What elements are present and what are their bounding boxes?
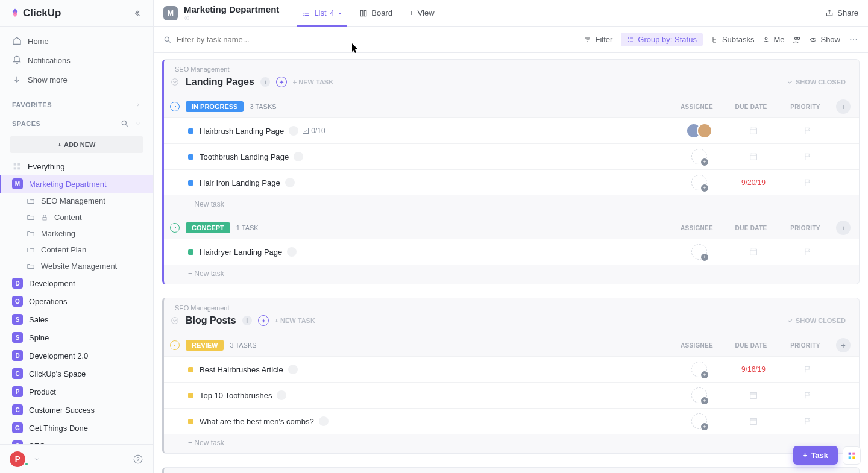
task-row[interactable]: Top 10 Toothbrushes: [164, 382, 859, 408]
new-task-link[interactable]: + NEW TASK: [293, 78, 333, 86]
logo[interactable]: ClickUp: [10, 7, 61, 19]
due-date-button[interactable]: [749, 247, 758, 257]
assign-button[interactable]: [691, 175, 707, 190]
collapse-group-button[interactable]: [170, 316, 180, 325]
new-task-inline[interactable]: + New task: [164, 195, 859, 211]
collapse-status-button[interactable]: [170, 340, 180, 350]
help-button[interactable]: ?: [133, 454, 143, 465]
space-item-active[interactable]: M Marketing Department: [0, 175, 153, 193]
subtasks-button[interactable]: Subtasks: [711, 35, 754, 44]
task-row[interactable]: What are the best men's combs?: [164, 408, 859, 434]
task-action-icon[interactable]: [319, 416, 329, 426]
assign-button[interactable]: [691, 149, 707, 164]
filter-input[interactable]: [177, 35, 297, 44]
ai-icon[interactable]: ✦: [258, 315, 269, 326]
new-task-link[interactable]: + NEW TASK: [275, 317, 315, 324]
more-button[interactable]: [849, 35, 858, 45]
priority-button[interactable]: [804, 248, 812, 256]
add-column-button[interactable]: +: [836, 221, 851, 235]
space-badge[interactable]: M: [163, 6, 178, 20]
search-icon[interactable]: [121, 119, 129, 128]
due-date-button[interactable]: [749, 152, 758, 161]
add-column-button[interactable]: +: [836, 338, 851, 352]
me-button[interactable]: Me: [763, 35, 784, 44]
subtask-count[interactable]: 0/10: [302, 127, 325, 135]
nav-item[interactable]: Home: [0, 31, 153, 51]
filter-button[interactable]: Filter: [584, 35, 612, 44]
apps-button[interactable]: [843, 446, 861, 465]
ai-icon[interactable]: ✦: [276, 77, 287, 87]
info-icon[interactable]: i: [242, 316, 252, 325]
due-date-button[interactable]: [749, 390, 758, 400]
due-date-button[interactable]: [749, 126, 758, 136]
status-square-icon[interactable]: [188, 419, 193, 424]
status-square-icon[interactable]: [188, 367, 193, 372]
assign-button[interactable]: [691, 413, 707, 429]
space-item[interactable]: D Development: [0, 274, 153, 292]
show-button[interactable]: Show: [810, 35, 840, 44]
priority-button[interactable]: [804, 127, 812, 135]
show-closed-button[interactable]: SHOW CLOSED: [787, 317, 853, 324]
space-item[interactable]: D Development 2.0: [0, 346, 153, 365]
priority-button[interactable]: [804, 365, 812, 374]
priority-button[interactable]: [804, 391, 812, 399]
status-pill[interactable]: IN PROGRESS: [186, 101, 244, 112]
due-date[interactable]: 9/16/19: [741, 365, 766, 374]
due-date-button[interactable]: [749, 416, 758, 426]
status-square-icon[interactable]: [188, 180, 193, 186]
new-task-inline[interactable]: + New task: [164, 265, 859, 280]
collapse-group-button[interactable]: [170, 77, 180, 87]
space-item[interactable]: G Get Things Done: [0, 419, 153, 437]
nav-item[interactable]: Show more: [0, 70, 153, 89]
assignees-button[interactable]: [793, 36, 801, 44]
task-row[interactable]: Best Hairbrushes Article 9/16/19: [164, 356, 859, 382]
task-action-icon[interactable]: [289, 126, 298, 136]
add-view-button[interactable]: + View: [401, 8, 443, 17]
group-crumb[interactable]: SEO Management: [164, 66, 859, 73]
new-task-floating-button[interactable]: + Task: [793, 446, 838, 465]
status-pill[interactable]: CONCEPT: [186, 222, 230, 233]
folder-item[interactable]: Content: [0, 209, 153, 225]
space-item[interactable]: C ClickUp's Space: [0, 365, 153, 383]
content[interactable]: SEO Management Landing Pages i ✦ + NEW T…: [154, 53, 868, 473]
priority-button[interactable]: [804, 417, 812, 425]
add-column-button[interactable]: +: [836, 99, 851, 114]
spaces-header[interactable]: SPACES: [0, 112, 153, 131]
folder-item[interactable]: SEO Management: [0, 193, 153, 209]
info-icon[interactable]: i: [260, 77, 270, 87]
space-item[interactable]: C Customer Success: [0, 401, 153, 419]
nav-item[interactable]: Notifications: [0, 51, 153, 70]
status-square-icon[interactable]: [188, 154, 193, 160]
due-date[interactable]: 9/20/19: [741, 178, 766, 187]
priority-button[interactable]: [804, 178, 812, 187]
priority-button[interactable]: [804, 152, 812, 161]
collapse-status-button[interactable]: [170, 102, 180, 111]
task-row[interactable]: Toothbrush Landing Page: [164, 143, 859, 169]
task-action-icon[interactable]: [285, 178, 295, 187]
folder-item[interactable]: Website Management: [0, 258, 153, 274]
task-action-icon[interactable]: [288, 365, 298, 374]
space-item[interactable]: P Product: [0, 383, 153, 401]
settings-icon[interactable]: [184, 15, 279, 21]
new-task-inline[interactable]: + New task: [164, 434, 859, 450]
status-square-icon[interactable]: [188, 128, 193, 134]
view-tab[interactable]: List 4: [294, 0, 351, 26]
group-crumb[interactable]: SEO Management: [164, 304, 859, 312]
assignee-avatars[interactable]: [686, 123, 712, 139]
share-button[interactable]: Share: [825, 8, 858, 17]
folder-item[interactable]: Marketing: [0, 225, 153, 242]
groupby-button[interactable]: Group by: Status: [621, 33, 703, 46]
show-closed-button[interactable]: SHOW CLOSED: [787, 78, 853, 86]
task-action-icon[interactable]: [277, 390, 286, 400]
space-item[interactable]: O Operations: [0, 292, 153, 310]
group-title[interactable]: Blog Posts: [186, 315, 236, 326]
space-item[interactable]: S Sales: [0, 310, 153, 328]
task-action-icon[interactable]: [294, 152, 303, 161]
view-tab[interactable]: Board: [351, 0, 401, 26]
assign-button[interactable]: [691, 387, 707, 403]
status-square-icon[interactable]: [188, 393, 193, 398]
status-pill[interactable]: REVIEW: [186, 340, 224, 351]
group-title[interactable]: Landing Pages: [186, 77, 254, 87]
add-new-space-button[interactable]: + ADD NEW: [10, 136, 143, 153]
assign-button[interactable]: [691, 244, 707, 260]
